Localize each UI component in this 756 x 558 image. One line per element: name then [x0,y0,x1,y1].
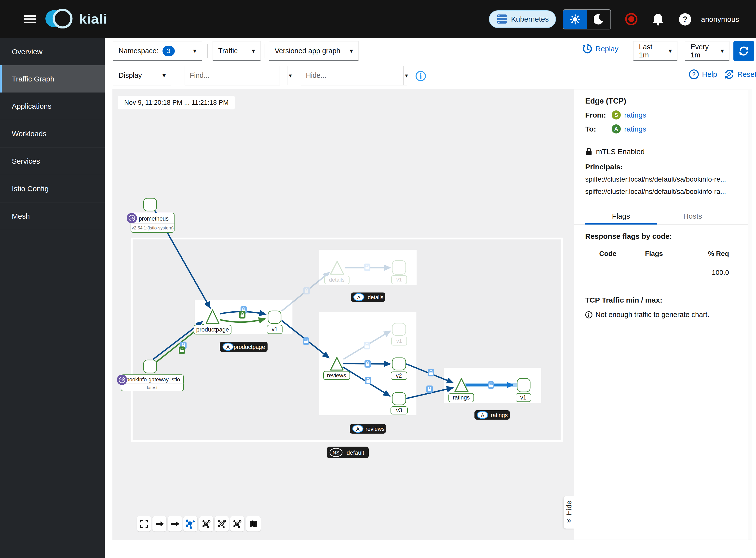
panel-scrollbar[interactable] [748,90,752,540]
edge-summary-panel: Edge (TCP) From: S ratings To: A ratings… [574,90,752,540]
app-badge-icon: A [612,124,621,133]
notifications-bell-icon[interactable] [652,13,664,27]
layout-button-3[interactable] [215,516,229,532]
lock-icon [585,148,593,156]
help-question-icon[interactable]: ? [678,13,692,27]
kiali-logo: kiali [45,9,107,28]
svg-text:v1: v1 [520,394,526,401]
graph-help-button[interactable]: ? Help [689,69,717,79]
svg-text:reviews: reviews [366,426,385,432]
svg-text:v2: v2 [396,373,402,379]
node-productpage-v1[interactable] [268,311,281,323]
topology-icon [217,519,227,529]
legend-button[interactable] [246,516,261,532]
node-ratings-v1[interactable] [517,378,530,392]
topology-icon [202,519,211,529]
node-prometheus[interactable] [144,198,157,211]
record-indicator-icon[interactable] [625,12,638,27]
graph-type-label: Versioned app graph [275,47,341,55]
traffic-graph-canvas[interactable]: Nov 9, 11:20:18 PM ... 11:21:18 PM [112,89,574,540]
sidebar-item-workloads[interactable]: Workloads [0,120,105,147]
table-row: - - 100.0 [585,261,731,285]
find-options-caret[interactable]: ▾ [287,66,293,85]
node-reviews-v1[interactable] [392,323,406,335]
mtls-lock-icon [364,360,371,367]
to-label: To: [585,125,612,133]
find-hide-info-icon[interactable] [415,71,426,81]
refresh-interval-dropdown[interactable]: Every 1m [685,41,730,61]
refresh-button[interactable] [733,41,754,61]
node-reviews-v2[interactable] [392,358,406,370]
edge-mode-button-2[interactable] [168,516,182,532]
sidebar-nav: Overview Traffic Graph Applications Work… [0,38,105,558]
namespace-count-badge: 3 [162,46,175,56]
no-traffic-note: Not enough traffic to generate chart. [585,311,741,319]
col-flags: Flags [631,246,677,261]
svg-text:details: details [329,277,345,283]
node-gateway[interactable] [144,360,157,373]
cluster-badge[interactable]: Kubernetes [489,10,556,28]
graph-type-dropdown[interactable]: Versioned app graph [269,41,359,61]
edge-mode-button-1[interactable] [152,516,167,532]
user-menu[interactable]: anonymous [701,15,739,24]
replay-button[interactable]: Replay [582,44,618,54]
to-link[interactable]: ratings [624,125,646,133]
app-badge-productpage[interactable]: A productpage [220,342,268,352]
replay-label: Replay [596,45,618,53]
graph-reset-button[interactable]: Reset [724,69,756,79]
app-badge-ratings[interactable]: A ratings [475,410,510,420]
app-badge-reviews[interactable]: A reviews [350,424,386,434]
svg-text:productpage: productpage [234,344,265,350]
find-input[interactable] [185,66,287,85]
node-reviews-v3[interactable] [392,392,406,405]
cell-flags: - [631,261,677,285]
graph-reset-label: Reset [737,70,756,78]
svg-text:bookinfo-gateway-istio: bookinfo-gateway-istio [126,376,180,383]
principal-value: spiffe://cluster.local/ns/default/sa/boo… [585,175,741,183]
sidebar-item-traffic-graph[interactable]: Traffic Graph [0,65,105,93]
svg-text:productpage: productpage [196,326,229,333]
hide-input[interactable] [301,66,403,85]
mtls-label: mTLS Enabled [596,148,645,156]
hamburger-menu-icon[interactable] [24,13,36,25]
panel-divider [574,140,752,140]
zoom-to-fit-button[interactable] [137,516,151,532]
duration-dropdown[interactable]: Last 1m [633,41,677,61]
mtls-lock-icon [239,311,246,319]
layout-button-2[interactable] [199,516,213,532]
refresh-icon [738,46,749,56]
svg-text:A: A [226,344,230,350]
display-dropdown[interactable]: Display [113,66,171,85]
info-icon [585,311,593,319]
label-prometheus[interactable]: prometheus v2.54.1:(istio-system) [127,213,174,232]
sidebar-item-istio-config[interactable]: Istio Config [0,175,105,202]
label-gateway[interactable]: bookinfo-gateway-istio latest [117,375,184,391]
tab-flags[interactable]: Flags [585,209,657,225]
toolbar-divider [207,44,208,58]
traffic-dropdown[interactable]: Traffic [212,41,261,61]
tab-hosts[interactable]: Hosts [657,209,729,225]
from-link[interactable]: ratings [624,111,646,119]
flags-section-title: Response flags by code: [585,232,741,240]
mtls-lock-icon [365,377,371,384]
mtls-lock-icon [303,337,309,345]
namespace-dropdown[interactable]: Namespace: 3 [113,41,202,61]
display-label: Display [119,71,142,79]
namespace-badge-default[interactable]: NS default [327,447,369,458]
node-details-v1[interactable] [392,261,406,274]
layout-button-active[interactable] [183,516,197,532]
svg-text:v1: v1 [396,277,402,283]
hide-panel-button[interactable]: Hide » [563,496,574,529]
col-code: Code [585,246,631,261]
sidebar-item-services[interactable]: Services [0,147,105,175]
sidebar-item-mesh[interactable]: Mesh [0,202,105,230]
light-theme-button[interactable] [563,10,587,29]
dark-theme-button[interactable] [587,10,610,29]
hide-options-caret[interactable]: ▾ [403,66,409,85]
mtls-status: mTLS Enabled [585,148,741,156]
svg-text:NS: NS [333,450,339,455]
sidebar-item-applications[interactable]: Applications [0,93,105,120]
layout-button-4[interactable] [230,516,244,532]
sidebar-item-overview[interactable]: Overview [0,38,105,65]
app-badge-details[interactable]: A details [351,293,385,302]
